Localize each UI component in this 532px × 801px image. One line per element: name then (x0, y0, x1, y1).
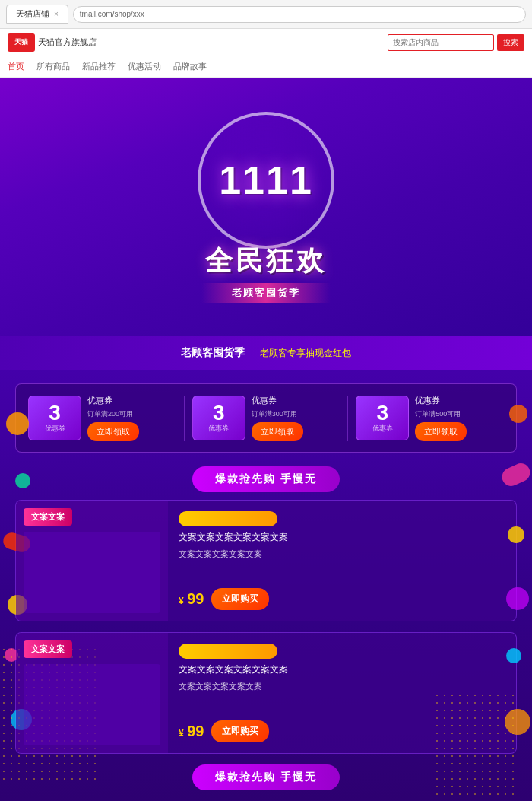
address-bar[interactable]: tmall.com/shop/xxx (73, 6, 526, 23)
product-title-1: 文案文案文案文案文案文案 (179, 531, 505, 544)
nav-link-home[interactable]: 首页 (8, 61, 24, 72)
banner-title-cn: 全民狂欢 (205, 243, 327, 280)
product-highlight-bar-1 (179, 511, 277, 526)
deco-blob-r8 (508, 526, 524, 543)
tmall-logo-icon: 天猫 (8, 33, 35, 52)
product-sub-1: 文案文案文案文案文案 (179, 548, 505, 560)
price-num-1: 99 (187, 590, 204, 607)
bottom-section-title-btn[interactable]: 爆款抢先购 手慢无 (192, 764, 340, 790)
search-input[interactable] (388, 34, 494, 51)
coupon-card-3: 3 优惠券 (356, 396, 409, 440)
nav-link-brand[interactable]: 品牌故事 (173, 61, 207, 72)
section-title-btn-1[interactable]: 爆款抢先购 手慢无 (192, 466, 340, 492)
product-price-1: ¥ 99 (179, 590, 204, 608)
section-title-bar-1: 爆款抢先购 手慢无 (15, 466, 517, 492)
deco-blob-r6 (509, 405, 527, 423)
nav-link-new[interactable]: 新品推荐 (82, 61, 116, 72)
browser-tabs: 天猫店铺 × (6, 5, 68, 24)
hero-banner: 1111 全民狂欢 老顾客囤货季 (0, 78, 532, 336)
product-tag-1: 文案文案 (24, 508, 72, 526)
price-num-2: 99 (187, 723, 204, 739)
tmall-logo-text: 天猫 (14, 37, 28, 47)
subtitle-band: 老顾客囤货季 (201, 283, 331, 303)
product-info-area-1: 文案文案文案文案文案文案 文案文案文案文案文案 ¥ 99 立即购买 (168, 501, 516, 621)
product-bottom-1: ¥ 99 立即购买 (179, 588, 505, 610)
tab-close-icon[interactable]: × (54, 10, 59, 18)
product-title-2: 文案文案文案文案文案文案 (179, 663, 505, 676)
sub-banner: 老顾客囤货季 老顾客专享抽现金红包 (0, 336, 532, 370)
browser-tab[interactable]: 天猫店铺 × (6, 5, 68, 24)
coupon-item-1: 3 优惠券 优惠券 订单满200可用 立即领取 (28, 395, 176, 441)
product-img-placeholder-2 (24, 664, 160, 745)
coupon-info-2: 优惠券 订单满300可用 立即领取 (252, 395, 303, 441)
coupon-claim-btn-3[interactable]: 立即领取 (415, 422, 467, 441)
num-1111-text: 1111 (219, 161, 313, 200)
product-card-1: 文案文案 文案文案文案文案文案文案 文案文案文案文案文案 ¥ 99 立即购买 (15, 500, 517, 621)
main-content: 1111 全民狂欢 老顾客囤货季 老顾客囤货季 老顾客专享抽现金红包 3 优惠券… (0, 78, 532, 801)
address-text: tmall.com/shop/xxx (80, 10, 144, 18)
browser-bar: 天猫店铺 × tmall.com/shop/xxx (0, 0, 532, 29)
product-img-placeholder-1 (24, 532, 160, 613)
buy-btn-1[interactable]: 立即购买 (211, 588, 269, 610)
product-tag-2: 文案文案 (24, 640, 72, 658)
coupon-desc-3: 订单满500可用 (415, 409, 467, 419)
tab-label: 天猫店铺 (16, 8, 49, 20)
product-img-area-1: 文案文案 (16, 501, 168, 621)
deco-blob-l6 (6, 412, 29, 435)
nav-link-promo[interactable]: 优惠活动 (128, 61, 161, 72)
coupon-name-2: 优惠券 (252, 395, 303, 406)
store-links-bar: 首页 所有商品 新品推荐 优惠活动 品牌故事 (0, 56, 532, 78)
nav-link-all[interactable]: 所有商品 (36, 61, 70, 72)
coupon-desc-1: 订单满200可用 (87, 409, 139, 419)
coupon-label-2: 优惠券 (208, 424, 229, 434)
deco-blob-l7 (15, 473, 30, 488)
emblem-container: 1111 全民狂欢 (198, 112, 334, 280)
deco-blob-r9 (506, 587, 529, 610)
dot-pattern-bottom-right (433, 691, 517, 798)
subtitle-text: 老顾客囤货季 (232, 287, 300, 298)
circle-ring: 1111 (198, 112, 334, 249)
store-nav: 天猫 天猫官方旗舰店 搜索 (0, 29, 532, 56)
coupon-num-2: 3 (213, 402, 225, 424)
coupon-item-3: 3 优惠券 优惠券 订单满500可用 立即领取 (356, 395, 504, 441)
store-logo: 天猫 天猫官方旗舰店 (8, 33, 97, 52)
coupon-label-3: 优惠券 (372, 424, 393, 434)
buy-btn-2[interactable]: 立即购买 (211, 720, 269, 742)
coupon-num-1: 3 (49, 402, 61, 424)
product-sub-2: 文案文案文案文案文案 (179, 681, 505, 692)
coupon-section: 3 优惠券 优惠券 订单满200可用 立即领取 3 优惠券 优惠券 订单满300… (15, 383, 517, 453)
store-search: 搜索 (388, 34, 524, 51)
coupon-label-1: 优惠券 (45, 424, 65, 434)
coupon-desc-2: 订单满300可用 (252, 409, 303, 419)
coupon-divider-2 (347, 396, 348, 441)
coupon-claim-btn-1[interactable]: 立即领取 (87, 422, 139, 441)
price-yen-2: ¥ (179, 728, 184, 739)
product-price-2: ¥ 99 (179, 723, 204, 740)
coupon-divider-1 (184, 396, 185, 441)
search-button[interactable]: 搜索 (497, 34, 524, 51)
deco-blob-r10 (506, 648, 521, 663)
coupon-info-3: 优惠券 订单满500可用 立即领取 (415, 395, 467, 441)
product-highlight-bar-2 (179, 644, 277, 659)
coupon-card-1: 3 优惠券 (28, 396, 81, 440)
coupon-claim-btn-2[interactable]: 立即领取 (252, 422, 303, 441)
price-yen-1: ¥ (179, 596, 184, 606)
product-img-area-2: 文案文案 (16, 633, 168, 753)
sub-banner-right-text: 老顾客专享抽现金红包 (260, 347, 351, 360)
coupon-card-2: 3 优惠券 (192, 396, 245, 440)
sub-banner-left-text: 老顾客囤货季 (181, 346, 245, 360)
coupon-name-3: 优惠券 (415, 395, 467, 406)
coupon-name-1: 优惠券 (87, 395, 139, 406)
coupon-info-1: 优惠券 订单满200可用 立即领取 (87, 395, 139, 441)
coupon-num-3: 3 (377, 402, 389, 424)
store-name-text: 天猫官方旗舰店 (38, 37, 97, 48)
coupon-item-2: 3 优惠券 优惠券 订单满300可用 立即领取 (192, 395, 340, 441)
